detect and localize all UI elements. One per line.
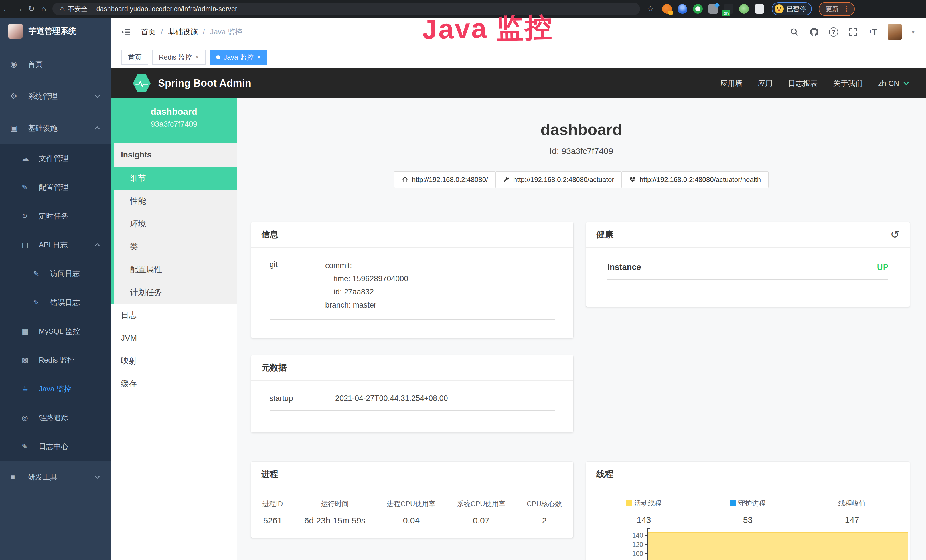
browser-back-icon[interactable]: ←: [0, 5, 12, 14]
app-logo-row[interactable]: 芋道管理系统: [0, 18, 111, 41]
profile-paused-badge[interactable]: 已暂停: [772, 2, 812, 15]
fullscreen-icon[interactable]: [848, 27, 858, 37]
sba-menu-environment[interactable]: 环境: [114, 212, 237, 235]
column-value: 0.07: [457, 516, 505, 525]
sidebar-item-label: 访问日志: [50, 269, 80, 279]
close-icon[interactable]: ×: [195, 54, 199, 61]
user-menu-caret-icon[interactable]: ▾: [912, 29, 915, 35]
monitor-icon: ▣: [10, 124, 22, 133]
legend-blue-swatch: [730, 500, 736, 506]
help-icon[interactable]: ?: [829, 27, 838, 36]
browser-update-button[interactable]: 更新 ⋮: [819, 2, 855, 16]
tab-home[interactable]: 首页: [121, 50, 148, 65]
user-avatar[interactable]: [888, 24, 902, 40]
extension-icon-6[interactable]: [739, 4, 749, 14]
url-text[interactable]: dashboard.yudao.iocoder.cn/infra/admin-s…: [96, 5, 237, 13]
sidebar-item-access-log[interactable]: ✎ 访问日志: [0, 259, 111, 288]
sba-logo-icon[interactable]: [133, 74, 151, 93]
sidebar-item-label: 日志中心: [39, 442, 68, 452]
metadata-card-body: startup 2021-04-27T00:44:31.254+08:00: [251, 381, 573, 411]
history-icon[interactable]: ↺: [890, 229, 899, 240]
health-instance-row[interactable]: Instance UP: [607, 262, 888, 272]
sidebar-item-infra[interactable]: ▣ 基础设施: [0, 112, 111, 144]
sidebar-item-scheduled-job[interactable]: ↻ 定时任务: [0, 202, 111, 230]
browser-address-bar[interactable]: ⚠ 不安全 dashboard.yudao.iocoder.cn/infra/a…: [53, 3, 640, 15]
info-card: 信息 git commit: time: 1596289704000 id: 2…: [251, 222, 573, 338]
breadcrumb-infra[interactable]: 基础设施: [168, 27, 198, 37]
instance-id: 93a3fc7f7409: [111, 120, 237, 129]
sba-menu-details[interactable]: 细节: [114, 167, 237, 190]
sidebar-item-mysql-monitor[interactable]: ▦ MySQL 监控: [0, 317, 111, 346]
sba-menu-config-props[interactable]: 配置属性: [114, 258, 237, 281]
sba-locale-select[interactable]: zh-CN: [878, 79, 910, 88]
sidebar-item-log-center[interactable]: ✎ 日志中心: [0, 432, 111, 461]
sba-menu-mappings[interactable]: 映射: [111, 350, 237, 372]
sidebar-item-system[interactable]: ⚙ 系统管理: [0, 80, 111, 112]
font-size-icon[interactable]: TT: [868, 27, 878, 37]
extension-icon-2[interactable]: [678, 4, 687, 14]
app-menu: ◉ 首页 ⚙ 系统管理 ▣ 基础设施 ☁ 文件管理: [0, 41, 111, 493]
tab-label: Redis 监控: [159, 53, 192, 62]
stat-value: 143: [592, 515, 696, 525]
instance-links: http://192.168.0.2:48080/ http://192.168…: [237, 171, 926, 188]
sidebar-item-api-log[interactable]: ▤ API 日志: [0, 230, 111, 259]
sidebar-item-label: 错误日志: [50, 298, 80, 307]
sidebar-item-label: 配置管理: [39, 182, 68, 192]
sba-nav-journal[interactable]: 日志报表: [788, 79, 818, 88]
health-url-button[interactable]: http://192.168.0.2:48080/actuator/health: [622, 171, 769, 188]
sba-menu-performance[interactable]: 性能: [114, 190, 237, 212]
sidebar-item-home[interactable]: ◉ 首页: [0, 48, 111, 80]
sidebar-item-redis-monitor[interactable]: ▩ Redis 监控: [0, 346, 111, 375]
actuator-url-button[interactable]: http://192.168.0.2:48080/actuator: [495, 171, 622, 188]
sba-nav-wallboard[interactable]: 应用墙: [720, 79, 742, 88]
browser-home-icon[interactable]: ⌂: [38, 5, 50, 14]
tab-java-monitor[interactable]: Java 监控 ×: [210, 50, 267, 65]
sba-menu-logs[interactable]: 日志: [111, 304, 237, 327]
instance-id-subtitle: Id: 93a3fc7f7409: [237, 146, 926, 156]
sba-menu-classes[interactable]: 类: [114, 235, 237, 258]
metadata-startup-row: startup 2021-04-27T00:44:31.254+08:00: [269, 394, 555, 403]
extension-icon-5[interactable]: on: [724, 4, 734, 14]
sidebar-item-error-log[interactable]: ✎ 错误日志: [0, 288, 111, 317]
extension-icon-1[interactable]: [662, 4, 672, 14]
breadcrumb-home[interactable]: 首页: [141, 27, 156, 37]
sidebar-item-config-manage[interactable]: ✎ 配置管理: [0, 173, 111, 202]
browser-refresh-icon[interactable]: ↻: [25, 4, 38, 14]
extension-icon-3[interactable]: [693, 4, 703, 14]
browser-forward-icon[interactable]: →: [12, 5, 25, 14]
sba-nav-about[interactable]: 关于我们: [833, 79, 863, 88]
git-time-line: time: 1596289704000: [325, 272, 408, 285]
sba-menu-jvm[interactable]: JVM: [111, 327, 237, 350]
info-card-header: 信息: [251, 222, 573, 248]
sidebar-item-java-monitor[interactable]: ☕ Java 监控: [0, 375, 111, 403]
status-badge-up: UP: [877, 262, 888, 272]
log-icon: ▤: [22, 241, 33, 249]
health-card-header: 健康 ↺: [586, 222, 910, 248]
edit-icon: ✎: [22, 183, 33, 191]
extension-icon-4[interactable]: [708, 4, 718, 14]
browser-menu-icon[interactable]: ⋮: [843, 5, 850, 14]
search-icon[interactable]: [789, 27, 799, 37]
tab-redis-monitor[interactable]: Redis 监控 ×: [152, 50, 206, 65]
chevron-up-icon: [94, 124, 101, 132]
not-secure-warning-icon: ⚠: [59, 5, 65, 12]
sidebar-item-trace[interactable]: ◎ 链路追踪: [0, 403, 111, 432]
service-url-button[interactable]: http://192.168.0.2:48080/: [394, 171, 496, 188]
instance-name: dashboard: [111, 106, 237, 117]
close-icon[interactable]: ×: [257, 54, 261, 61]
sba-menu-caches[interactable]: 缓存: [111, 372, 237, 395]
extension-puzzle-icon[interactable]: [755, 4, 764, 14]
chart-area-live-threads: [648, 532, 908, 560]
security-label[interactable]: 不安全: [68, 5, 88, 14]
github-icon[interactable]: [809, 27, 819, 37]
sba-instance-header[interactable]: dashboard 93a3fc7f7409: [111, 98, 237, 143]
sba-menu-scheduled-tasks[interactable]: 计划任务: [114, 281, 237, 304]
sba-nav-applications[interactable]: 应用: [758, 79, 773, 88]
sidebar-collapse-icon[interactable]: [121, 28, 131, 36]
stat-value: 53: [696, 515, 800, 525]
sidebar-item-file-manage[interactable]: ☁ 文件管理: [0, 144, 111, 173]
sidebar-item-devtools[interactable]: ■ 研发工具: [0, 461, 111, 493]
bookmark-star-icon[interactable]: ☆: [644, 4, 657, 14]
app-sidebar: 芋道管理系统 ◉ 首页 ⚙ 系统管理 ▣ 基础设施: [0, 18, 111, 560]
sba-brand-title[interactable]: Spring Boot Admin: [158, 77, 251, 89]
